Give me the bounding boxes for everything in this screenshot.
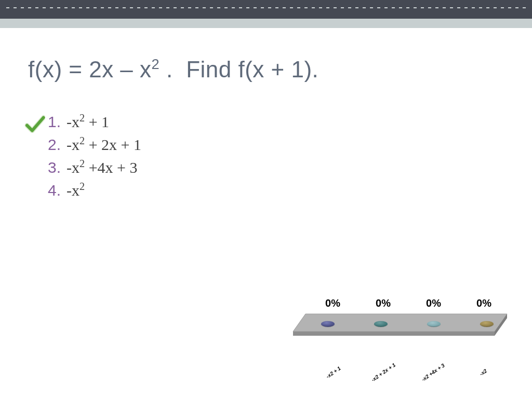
response-button-4[interactable] — [480, 321, 494, 327]
label-row: -x2 + 1 -x2 + 2x + 1 -x2 +4x + 3 -x2 — [309, 369, 508, 375]
percent-row: 0% 0% 0% 0% — [308, 297, 509, 309]
decor-bar-light — [0, 19, 532, 29]
response-label: -x2 +4x + 3 — [421, 362, 446, 382]
answer-list: 1. -x2 + 1 2. -x2 + 2x + 1 3. -x2 +4x + … — [48, 112, 501, 203]
percent-value: 0% — [358, 297, 408, 309]
checkmark-icon — [24, 114, 45, 135]
response-button-3[interactable] — [427, 321, 441, 327]
decor-leader-dots — [6, 7, 526, 8]
response-label: -x2 + 1 — [325, 365, 342, 379]
answer-item-2: 2. -x2 + 2x + 1 — [48, 135, 501, 154]
svg-marker-1 — [293, 332, 495, 336]
answer-text: -x2 + 1 — [66, 112, 109, 131]
answer-item-4: 4. -x2 — [48, 181, 501, 199]
answer-item-1: 1. -x2 + 1 — [48, 112, 501, 131]
answer-number: 3. — [48, 159, 66, 176]
answer-text: -x2 +4x + 3 — [66, 158, 138, 176]
response-label: -x2 — [478, 368, 488, 377]
response-label: -x2 + 2x + 1 — [370, 362, 396, 383]
button-row — [301, 316, 513, 332]
slide-title: f(x) = 2x – x2 . Find f(x + 1). — [28, 56, 504, 83]
percent-value: 0% — [459, 297, 509, 309]
answer-text: -x2 — [66, 181, 85, 199]
answer-number: 4. — [48, 182, 66, 199]
slide: f(x) = 2x – x2 . Find f(x + 1). 1. -x2 +… — [0, 0, 532, 398]
answer-text: -x2 + 2x + 1 — [66, 135, 141, 154]
decor-bar-dark — [0, 0, 532, 19]
answer-number: 2. — [48, 136, 66, 154]
percent-value: 0% — [408, 297, 459, 309]
percent-value: 0% — [308, 297, 358, 309]
response-button-1[interactable] — [321, 321, 335, 327]
response-widget: 0% 0% 0% 0% -x2 + 1 -x2 + 2x + 1 -x2 +4x… — [291, 297, 509, 375]
answer-number: 1. — [48, 113, 66, 131]
response-button-2[interactable] — [374, 321, 388, 327]
answer-item-3: 3. -x2 +4x + 3 — [48, 158, 501, 176]
